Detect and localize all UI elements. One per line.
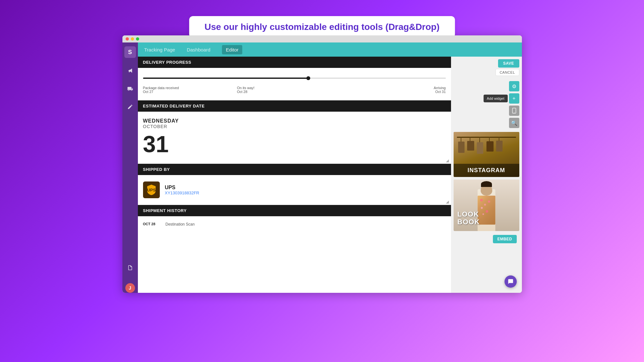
step-package-received: Package data received Oct 27 (143, 86, 179, 94)
tracking-number[interactable]: XY1303918832FR (165, 190, 199, 195)
estimated-delivery-section: ESTIMATED DELIVERY DATE WEDNESDAY OCTOBE… (138, 100, 451, 164)
save-button[interactable]: SAVE (498, 59, 519, 68)
sidebar-item-pages[interactable] (125, 263, 135, 273)
delivery-date-number: 31 (143, 132, 446, 157)
ups-info: UPS XY1303918832FR (165, 185, 199, 195)
shipment-history-section: SHIPMENT HISTORY OCT 28 Destination Scan (138, 205, 451, 232)
shipped-by-section: SHIPPED BY UPS (138, 164, 451, 205)
svg-point-2 (514, 112, 514, 113)
sidebar-item-megaphone[interactable] (125, 66, 135, 76)
ups-logo: UPS (143, 181, 160, 198)
table-row: OCT 28 Destination Scan (143, 220, 446, 228)
instagram-widget[interactable]: INSTAGRAM (454, 132, 519, 177)
tab-dashboard[interactable]: Dashboard (183, 45, 214, 54)
cancel-button[interactable]: CANCEL (495, 69, 519, 76)
lookbook-overlay-text: LOOKBOOK (457, 210, 480, 226)
maximize-btn[interactable] (136, 37, 139, 41)
delivery-day: WEDNESDAY (143, 118, 446, 124)
carrier-name: UPS (165, 185, 199, 190)
embed-button[interactable]: EMBED (493, 235, 517, 243)
shipped-content: UPS UPS XY1303918832FR (138, 175, 451, 205)
progress-fill (143, 78, 310, 79)
sidebar: S (122, 42, 138, 293)
resize-handle-delivery[interactable]: ◢ (446, 158, 450, 162)
settings-button[interactable]: ⚙ (509, 81, 519, 91)
sidebar-item-pencil[interactable] (125, 102, 135, 112)
content-wrapper: DELIVERY PROGRESS Package data receive (138, 57, 522, 293)
delivery-progress-section: DELIVERY PROGRESS Package data receive (138, 57, 451, 100)
add-widget-label: Add widget (484, 95, 507, 102)
progress-track-area: Package data received Oct 27 On its way!… (138, 68, 451, 100)
widget-controls: ⚙ Add widget + 🔍 (451, 79, 522, 131)
add-widget-button[interactable]: + (509, 93, 519, 104)
history-description: Destination Scan (166, 222, 195, 227)
close-btn[interactable] (126, 37, 129, 41)
delivery-content: WEDNESDAY OCTOBER 31 (138, 112, 451, 163)
nav-tracking-page[interactable]: Tracking Page (144, 47, 175, 52)
right-panel: SAVE CANCEL ⚙ Add widget + (451, 57, 522, 293)
app-window: S (122, 35, 522, 293)
step-arriving: Arriving Oct 31 (434, 86, 446, 94)
minimize-btn[interactable] (131, 37, 134, 41)
banner-text: Use our highly customizable editing tool… (205, 22, 440, 32)
step-on-its-way: On its way! Oct 28 (237, 86, 254, 94)
editor-area: DELIVERY PROGRESS Package data receive (138, 57, 451, 293)
add-widget-row: Add widget + (484, 93, 519, 104)
progress-dot (306, 76, 310, 80)
shipped-by-header: SHIPPED BY (138, 164, 451, 175)
tab-editor[interactable]: Editor (222, 45, 242, 54)
chat-widget-button[interactable] (505, 275, 517, 288)
history-content: OCT 28 Destination Scan (138, 216, 451, 232)
action-buttons: SAVE CANCEL (451, 57, 522, 79)
estimated-delivery-header: ESTIMATED DELIVERY DATE (138, 100, 451, 112)
sidebar-logo[interactable]: S (124, 46, 136, 58)
svg-text:UPS: UPS (147, 188, 156, 193)
top-nav: Tracking Page Dashboard Editor (138, 42, 522, 57)
shipment-history-header: SHIPMENT HISTORY (138, 205, 451, 216)
search-widget-button[interactable]: 🔍 (509, 118, 519, 128)
delivery-progress-header: DELIVERY PROGRESS (138, 57, 451, 68)
instagram-overlay-text: INSTAGRAM (454, 164, 519, 177)
lookbook-widget[interactable]: LOOKBOOK (454, 180, 519, 231)
progress-labels: Package data received Oct 27 On its way!… (143, 86, 446, 94)
user-avatar[interactable]: J (125, 283, 135, 293)
history-date: OCT 28 (143, 222, 159, 226)
sidebar-item-truck[interactable] (125, 84, 135, 94)
delivery-month: OCTOBER (143, 124, 446, 129)
resize-handle-shipped[interactable]: ◢ (446, 200, 450, 203)
main-content: Tracking Page Dashboard Editor DELIVERY … (138, 42, 522, 293)
mobile-preview-button[interactable] (509, 106, 519, 116)
